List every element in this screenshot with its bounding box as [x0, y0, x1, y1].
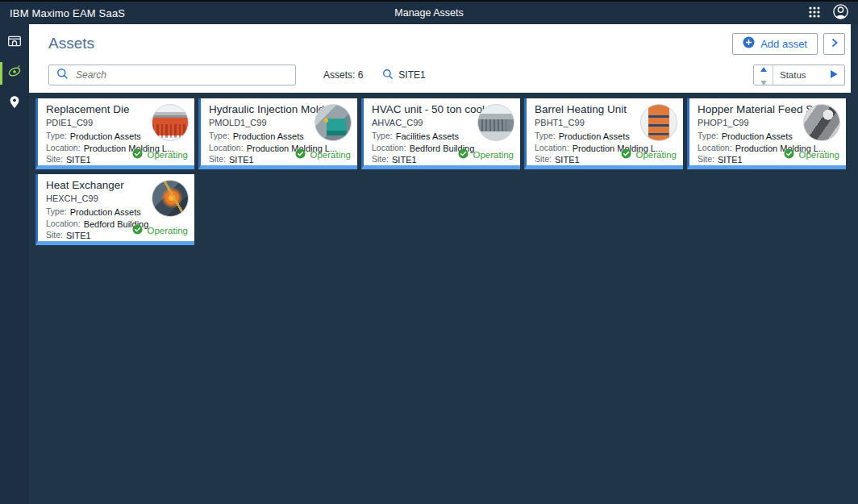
triangle-down-icon [760, 76, 767, 85]
asset-title: Hopper Material Feed Sy... [698, 103, 820, 116]
type-value: Facilities Assets [396, 131, 459, 142]
chevron-right-icon [831, 38, 839, 50]
asset-card[interactable]: HVAC unit - 50 ton cool c... AHVAC_C99 T… [361, 98, 520, 169]
title-actions: Add asset [732, 33, 845, 55]
status-text: Operating [635, 150, 677, 160]
apply-sort-button[interactable] [830, 69, 838, 81]
sort-field[interactable]: Status [773, 65, 844, 85]
location-label: Location: [46, 219, 81, 229]
type-value: Production Assets [233, 131, 304, 142]
location-label: Location: [535, 143, 569, 153]
check-circle-icon [132, 148, 143, 162]
site-value: SITE1 [718, 155, 743, 165]
site-label: Site: [372, 154, 389, 165]
site-value: SITE1 [229, 155, 254, 165]
status-text: Operating [798, 150, 839, 160]
sort-controls: Status [753, 65, 845, 85]
assets-eye-icon [6, 64, 23, 83]
site-label: Site: [46, 230, 63, 240]
status-text: Operating [147, 150, 188, 160]
type-label: Type: [46, 131, 67, 141]
topbar-actions [806, 2, 851, 24]
triangle-up-icon [760, 65, 767, 74]
asset-photo [477, 104, 514, 141]
search-icon [56, 68, 69, 83]
location-label: Location: [698, 143, 732, 153]
sort-group: Status [753, 65, 845, 85]
status-badge: Operating [784, 148, 839, 162]
site-value: SITE1 [555, 155, 580, 165]
assets-heading: Assets [48, 35, 94, 52]
asset-card-grid: Replacement Die PDIE1_C99 Type:Productio… [35, 98, 848, 245]
plus-circle-icon [743, 36, 755, 51]
location-label: Location: [209, 143, 244, 153]
user-avatar-icon [832, 3, 849, 23]
status-badge: Operating [132, 148, 188, 162]
status-badge: Operating [621, 148, 677, 162]
site-label: Site: [535, 154, 552, 165]
page-title: Manage Assets [394, 7, 463, 19]
check-circle-icon [132, 223, 143, 238]
status-badge: Operating [132, 223, 188, 238]
main-content: Assets Add asset [29, 24, 858, 504]
asset-photo [152, 180, 189, 217]
app-switcher-icon [807, 5, 822, 22]
type-label: Type: [209, 131, 230, 141]
site-value: SITE1 [66, 231, 91, 241]
type-value: Production Assets [70, 207, 141, 218]
status-badge: Operating [295, 148, 351, 162]
site-filter-chip[interactable]: SITE1 [382, 69, 425, 82]
type-label: Type: [698, 131, 718, 141]
type-label: Type: [535, 131, 556, 141]
site-label: Site: [209, 154, 226, 165]
user-avatar-button[interactable] [831, 2, 851, 24]
sidebar-item-monitor[interactable] [0, 29, 29, 56]
add-asset-label: Add asset [760, 38, 807, 50]
check-circle-icon [621, 148, 631, 162]
asset-photo [314, 104, 352, 141]
asset-card[interactable]: Hydraulic Injection Mold... PMOLD1_C99 T… [198, 98, 357, 169]
app-switcher-button[interactable] [806, 3, 823, 23]
check-circle-icon [295, 148, 306, 162]
search-input[interactable] [76, 69, 288, 81]
asset-photo [640, 104, 677, 141]
left-sidebar [0, 24, 29, 504]
asset-title: Hydraulic Injection Mold... [209, 103, 331, 116]
title-row: Assets Add asset [29, 24, 851, 60]
assets-count: Assets: 6 [323, 69, 363, 81]
asset-title: HVAC unit - 50 ton cool c... [372, 103, 494, 116]
type-value: Production Assets [722, 131, 793, 142]
filter-search-icon [382, 69, 394, 82]
location-label: Location: [372, 143, 406, 153]
site-filter-label: SITE1 [398, 69, 425, 81]
status-badge: Operating [458, 148, 514, 162]
asset-title: Barrel Heating Unit [535, 103, 657, 116]
type-label: Type: [46, 206, 67, 217]
asset-title: Replacement Die [46, 103, 169, 116]
app-window: IBM Maximo EAM SaaS Manage Assets [0, 0, 858, 504]
location-label: Location: [46, 143, 81, 153]
asset-photo [803, 104, 840, 141]
sidebar-item-assets[interactable] [0, 60, 29, 87]
sort-direction-button[interactable] [754, 65, 773, 85]
assets-header-panel: Assets Add asset [29, 24, 851, 93]
asset-card[interactable]: Hopper Material Feed Sy... PHOP1_C99 Typ… [687, 98, 846, 169]
next-page-button[interactable] [823, 33, 845, 55]
add-asset-button[interactable]: Add asset [732, 33, 818, 55]
site-value: SITE1 [66, 155, 91, 165]
status-text: Operating [147, 226, 188, 235]
site-value: SITE1 [392, 155, 417, 165]
map-pin-icon [8, 95, 21, 113]
asset-card[interactable]: Barrel Heating Unit PBHT1_C99 Type:Produ… [524, 98, 683, 169]
sidebar-item-locations[interactable] [0, 90, 29, 118]
type-value: Production Assets [559, 131, 630, 142]
search-box [48, 65, 296, 85]
monitor-icon [7, 34, 22, 52]
triangle-right-icon [830, 69, 838, 81]
sort-field-label: Status [780, 70, 806, 80]
asset-card[interactable]: Heat Exchanger HEXCH_C99 Type:Production… [35, 174, 194, 245]
site-label: Site: [698, 154, 714, 165]
asset-card[interactable]: Replacement Die PDIE1_C99 Type:Productio… [35, 98, 194, 169]
app-title: IBM Maximo EAM SaaS [10, 7, 125, 19]
status-text: Operating [473, 150, 514, 160]
